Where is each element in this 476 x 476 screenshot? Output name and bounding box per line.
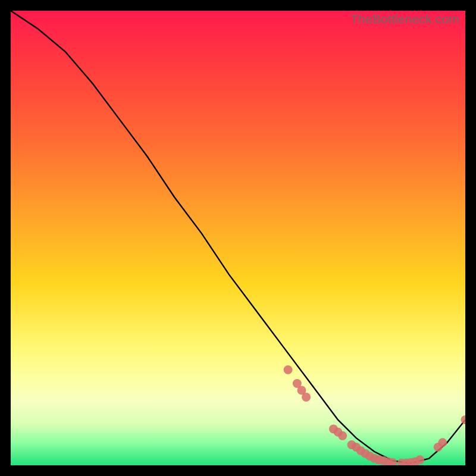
marker-dot	[415, 455, 424, 464]
chart-overlay	[11, 11, 465, 465]
marker-layer	[284, 365, 465, 465]
marker-dot	[284, 365, 293, 374]
chart-stage: TheBottleneck.com	[0, 0, 476, 476]
plot-area: TheBottleneck.com	[11, 11, 465, 465]
marker-dot	[438, 438, 447, 447]
marker-dot	[302, 393, 311, 402]
marker-dot	[338, 431, 347, 440]
bottleneck-curve	[11, 11, 465, 463]
marker-dot	[461, 415, 466, 424]
